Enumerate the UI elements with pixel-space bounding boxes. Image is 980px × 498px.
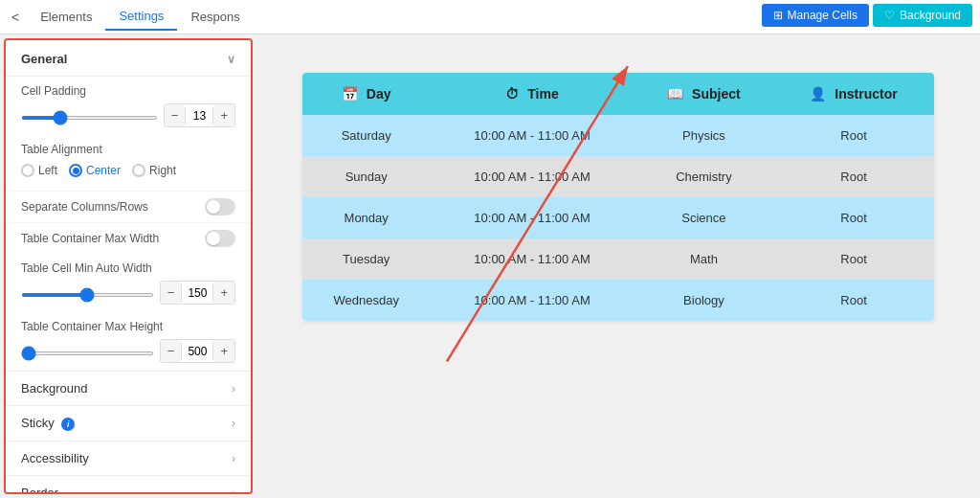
cell-time-1: 10:00 AM - 11:00 AM [430,156,634,197]
sticky-label-container: Sticky i [21,416,75,431]
background-row[interactable]: Background › [6,371,251,405]
cell-padding-slider[interactable] [21,116,158,120]
cell-instructor-2: Root [773,197,934,238]
cell-padding-value: 13 [185,107,213,124]
border-chevron-icon: › [232,487,235,495]
cell-min-width-row: − 150 + [21,281,235,305]
table-container-max-width-toggle[interactable] [205,230,235,247]
cell-padding-increment[interactable]: + [213,104,234,126]
cell-subject-4: Biology [635,280,774,321]
max-height-value: 500 [181,343,213,360]
header-day-label: Day [367,86,391,102]
header-subject: 📖 Subject [635,73,774,115]
background-icon: ♡ [884,9,895,22]
header-subject-label: Subject [692,86,741,102]
settings-panel: General ∨ Cell Padding − 13 + Table Alig… [4,38,253,494]
table-container-max-height-label: Table Container Max Height [21,320,235,333]
alignment-label: Table Alignment [21,143,235,156]
cell-time-2: 10:00 AM - 11:00 AM [430,197,634,238]
max-height-decrement[interactable]: − [161,340,182,362]
table-header-row: 📅 Day ⏱ Time 📖 Subject 👤 [302,73,934,115]
tab-elements[interactable]: Elements [27,3,105,31]
general-chevron-icon: ∨ [227,53,235,66]
sticky-chevron-icon: › [232,417,235,430]
general-label: General [21,52,67,66]
align-center-option[interactable]: Center [69,164,121,177]
accessibility-label: Accessibility [21,451,89,465]
cell-padding-slider-container [21,108,158,123]
alignment-options: Left Center Right [21,162,235,183]
table-body: Saturday10:00 AM - 11:00 AMPhysicsRootSu… [302,115,934,321]
cell-day-4: Wednesday [302,280,430,321]
right-content: 📅 Day ⏱ Time 📖 Subject 👤 [256,34,980,498]
subject-icon: 📖 [667,86,683,102]
cell-min-width-slider[interactable] [21,293,154,297]
day-icon: 📅 [342,86,358,102]
align-left-label: Left [38,164,57,177]
align-left-option[interactable]: Left [21,164,57,177]
cell-subject-0: Physics [635,115,774,156]
align-center-radio[interactable] [69,164,82,177]
tab-nav-prev[interactable]: < [8,8,23,27]
cell-padding-setting: Cell Padding − 13 + [6,77,251,135]
header-instructor: 👤 Instructor [773,73,934,115]
cell-subject-1: Chemistry [635,156,774,197]
cell-min-width-decrement[interactable]: − [161,282,182,304]
align-center-label: Center [86,164,121,177]
max-height-increment[interactable]: + [213,340,234,362]
max-height-slider-container [21,344,154,358]
cell-time-0: 10:00 AM - 11:00 AM [430,115,634,156]
tabs-container: Elements Settings Respons [27,3,254,31]
table-row: Tuesday10:00 AM - 11:00 AMMathRoot [302,238,934,280]
table-container-max-width-label: Table Container Max Width [21,232,159,245]
accessibility-row[interactable]: Accessibility › [6,441,251,475]
background-button[interactable]: ♡ Background [873,4,972,27]
cell-instructor-0: Root [773,115,934,156]
separate-columns-rows-label: Separate Columns/Rows [21,200,148,214]
cell-min-width-increment[interactable]: + [213,282,234,304]
cell-day-0: Saturday [302,115,430,156]
table-row: Sunday10:00 AM - 11:00 AMChemistryRoot [302,156,934,197]
separate-columns-rows-toggle[interactable] [205,198,235,215]
cell-padding-label: Cell Padding [21,84,235,98]
sticky-info-icon: i [61,418,75,431]
border-row[interactable]: Border › [6,475,251,494]
table-row: Saturday10:00 AM - 11:00 AMPhysicsRoot [302,115,934,156]
manage-cells-label: Manage Cells [788,9,858,22]
max-height-row: − 500 + [21,339,235,363]
table-alignment-setting: Table Alignment Left Center Right [6,135,251,191]
cell-instructor-4: Root [773,280,934,321]
main-layout: General ∨ Cell Padding − 13 + Table Alig… [0,34,980,498]
cell-instructor-3: Root [773,238,934,280]
background-section-label: Background [21,381,87,396]
header-instructor-label: Instructor [835,86,897,102]
cell-day-3: Tuesday [302,238,430,280]
table-cell-min-auto-width-setting: Table Cell Min Auto Width − 150 + [6,254,251,312]
cell-min-width-input-group: − 150 + [160,281,235,305]
table-container-max-width-row: Table Container Max Width [6,222,251,254]
background-chevron-icon: › [232,382,235,396]
cell-instructor-1: Root [773,156,934,197]
max-height-slider[interactable] [21,351,154,355]
tab-responsive[interactable]: Respons [177,3,253,31]
schedule-table: 📅 Day ⏱ Time 📖 Subject 👤 [302,73,934,321]
table-row: Wednesday10:00 AM - 11:00 AMBiologyRoot [302,280,934,321]
cell-min-width-slider-container [21,285,154,300]
align-left-radio[interactable] [21,164,34,177]
cell-min-width-value: 150 [181,284,213,302]
cell-day-1: Sunday [302,156,430,197]
cell-subject-2: Science [635,197,774,238]
table-cell-min-auto-width-label: Table Cell Min Auto Width [21,261,235,275]
manage-cells-button[interactable]: ⊞ Manage Cells [762,4,869,27]
top-bar: < Elements Settings Respons ⊞ Manage Cel… [0,0,980,34]
align-right-option[interactable]: Right [132,164,176,177]
sticky-row[interactable]: Sticky i › [6,405,251,441]
tab-settings[interactable]: Settings [105,3,177,31]
cell-padding-row: − 13 + [21,103,235,127]
general-section-header[interactable]: General ∨ [6,40,251,77]
align-right-radio[interactable] [132,164,145,177]
cell-padding-decrement[interactable]: − [165,104,186,126]
max-height-input-group: − 500 + [160,339,235,363]
cell-time-3: 10:00 AM - 11:00 AM [430,238,634,280]
instructor-icon: 👤 [810,86,826,102]
